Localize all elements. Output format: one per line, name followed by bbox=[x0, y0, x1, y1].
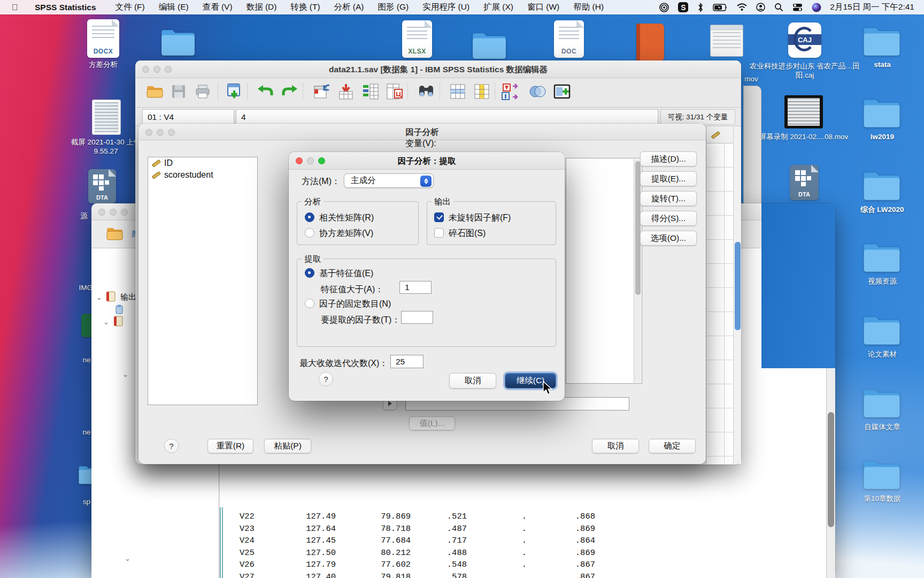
toolbar-variables-icon[interactable] bbox=[361, 82, 380, 101]
list-item[interactable]: scorestudent bbox=[148, 169, 257, 181]
eigenvalue-radio[interactable] bbox=[305, 268, 314, 278]
grid-cells[interactable] bbox=[706, 143, 733, 464]
menu-data[interactable]: 数据 (D) bbox=[240, 2, 284, 13]
toolbar-insert-variable-icon[interactable] bbox=[472, 82, 491, 101]
toolbar-redo-icon[interactable] bbox=[280, 82, 299, 101]
menu-edit[interactable]: 编辑 (E) bbox=[152, 2, 196, 13]
desktop-file-dta-right[interactable]: DTA bbox=[790, 165, 819, 200]
desktop-file-caj[interactable]: CAJ bbox=[788, 22, 821, 58]
rotation-button[interactable]: 旋转(T)... bbox=[640, 191, 697, 206]
wifi-icon[interactable] bbox=[737, 3, 747, 11]
apple-menu-icon[interactable]:  bbox=[12, 3, 18, 12]
menu-file[interactable]: 文件 (F) bbox=[109, 2, 152, 13]
desktop-label-lw2019[interactable]: lw2019 bbox=[854, 133, 910, 142]
max-iterations-field[interactable]: 25 bbox=[390, 355, 424, 368]
tree-chevron-icon-3[interactable]: ⌄ bbox=[122, 370, 128, 378]
desktop-movie-thumbnail[interactable] bbox=[784, 95, 823, 128]
bluetooth-icon[interactable] bbox=[697, 3, 704, 12]
toolbar-split-file-icon[interactable] bbox=[500, 82, 520, 101]
data-editor-titlebar[interactable]: data21.1.sav [数据集 1] - IBM SPSS Statisti… bbox=[135, 60, 741, 78]
viewer-close-button[interactable] bbox=[98, 209, 105, 216]
desktop-label-stata[interactable]: stata bbox=[854, 60, 910, 70]
shadowsocks-icon[interactable]: S bbox=[678, 2, 688, 12]
tree-notebook-icon[interactable] bbox=[105, 291, 116, 302]
toolbar-goto-variable-icon[interactable] bbox=[336, 82, 356, 101]
viewer-minimize-button[interactable] bbox=[110, 209, 117, 216]
viewer-zoom-button[interactable] bbox=[121, 209, 128, 216]
desktop-label-screenrec[interactable]: 屏幕录制 2021-02....08.mov bbox=[748, 133, 860, 142]
control-center-icon[interactable] bbox=[792, 3, 803, 11]
toolbar-open-file-icon[interactable] bbox=[145, 82, 164, 101]
desktop-file-doc[interactable]: DOC bbox=[554, 20, 584, 58]
search-icon[interactable] bbox=[774, 3, 783, 12]
list-item[interactable]: ID bbox=[148, 157, 257, 169]
toolbar-find-icon[interactable] bbox=[417, 82, 436, 101]
desktop-folder-video[interactable] bbox=[862, 242, 902, 273]
extraction-help-button[interactable]: ? bbox=[319, 372, 333, 386]
extraction-dialog-titlebar[interactable]: 因子分析：提取 bbox=[289, 152, 565, 170]
extraction-cancel-button[interactable]: 取消 bbox=[449, 373, 496, 389]
eigenvalue-radio-label[interactable]: 基于特征值(E) bbox=[319, 268, 373, 279]
viewer-open-icon[interactable] bbox=[105, 224, 124, 244]
cell-reference[interactable]: 01 : V4 bbox=[142, 109, 234, 125]
viewer-scrollbar-thumb[interactable] bbox=[828, 412, 834, 527]
desktop-folder-2[interactable] bbox=[472, 31, 507, 60]
account-icon[interactable] bbox=[756, 3, 765, 12]
source-variable-list[interactable]: ID scorestudent bbox=[148, 157, 258, 405]
desktop-folder-media[interactable] bbox=[862, 387, 902, 419]
options-button[interactable]: 选项(O)... bbox=[640, 231, 697, 246]
desktop-file-xlsx[interactable]: XLSX bbox=[402, 20, 432, 58]
tree-chevron-icon-2[interactable]: ⌄ bbox=[103, 318, 109, 326]
desktop-label-caj[interactable]: 农业科技进步对山东 省农产品…田阳.caj bbox=[749, 62, 861, 80]
variables-target-list[interactable] bbox=[566, 158, 642, 384]
menu-extensions[interactable]: 扩展 (X) bbox=[476, 2, 520, 13]
desktop-file-dta-left[interactable]: DTA bbox=[88, 169, 116, 203]
desktop-folder-lw2020[interactable] bbox=[862, 170, 902, 201]
method-dropdown[interactable]: 主成分 bbox=[344, 173, 434, 188]
value-button[interactable]: 值(L)... bbox=[409, 416, 455, 430]
fixed-factors-radio-label[interactable]: 因子的固定数目(N) bbox=[319, 299, 391, 310]
desktop-label-fangchafenxi[interactable]: 方差分析 bbox=[71, 60, 135, 70]
unrotated-solution-checkbox[interactable] bbox=[434, 212, 444, 222]
cancel-button[interactable]: 取消 bbox=[592, 439, 639, 453]
desktop-label-papers[interactable]: 论文素材 bbox=[854, 350, 910, 359]
toolbar-descriptives-icon[interactable] bbox=[385, 82, 404, 101]
desktop-label-lw2020[interactable]: 综合 LW2020 bbox=[850, 206, 914, 215]
airplay-icon[interactable] bbox=[659, 3, 669, 12]
tree-chevron-icon-4[interactable]: ⌄ bbox=[125, 554, 130, 562]
toolbar-weight-cases-icon[interactable] bbox=[528, 82, 547, 101]
toolbar-goto-case-icon[interactable] bbox=[312, 82, 332, 101]
covariance-matrix-label[interactable]: 协方差矩阵(V) bbox=[319, 228, 373, 239]
grid-vertical-scrollbar[interactable] bbox=[733, 126, 741, 464]
factors-to-extract-field[interactable] bbox=[401, 311, 433, 324]
help-button[interactable]: ? bbox=[164, 439, 179, 453]
toolbar-recall-dialogs-icon[interactable] bbox=[225, 82, 244, 101]
scree-plot-checkbox[interactable] bbox=[434, 228, 444, 238]
menu-utilities[interactable]: 实用程序 (U) bbox=[415, 2, 476, 13]
desktop-window-thumbnail[interactable] bbox=[710, 25, 743, 57]
toolbar-undo-icon[interactable] bbox=[256, 82, 275, 101]
cell-editor[interactable]: 4 bbox=[236, 109, 658, 125]
tree-chevron-icon[interactable]: ⌄ bbox=[96, 293, 102, 301]
tree-log-icon[interactable] bbox=[114, 304, 125, 315]
eigenvalue-field[interactable]: 1 bbox=[399, 281, 432, 294]
scores-button[interactable]: 得分(S)... bbox=[640, 211, 697, 226]
desktop-book-icon[interactable] bbox=[636, 24, 664, 61]
app-menu[interactable]: SPSS Statistics bbox=[28, 3, 103, 12]
ok-button[interactable]: 确定 bbox=[649, 439, 696, 453]
desktop-label-video[interactable]: 视频资源 bbox=[854, 277, 910, 286]
covariance-matrix-radio[interactable] bbox=[305, 228, 314, 238]
tree-notebook-icon-2[interactable] bbox=[113, 316, 124, 326]
desktop-folder-stata[interactable] bbox=[862, 26, 902, 57]
menu-transform[interactable]: 转换 (T) bbox=[283, 2, 327, 13]
unrotated-solution-label[interactable]: 未旋转因子解(F) bbox=[449, 212, 511, 224]
descriptives-button[interactable]: 描述(D)... bbox=[640, 151, 697, 166]
menu-analyze[interactable]: 分析 (A) bbox=[327, 2, 371, 13]
desktop-file-docx[interactable]: DOCX bbox=[87, 19, 119, 58]
menu-graphs[interactable]: 图形 (G) bbox=[371, 2, 416, 13]
correlation-matrix-label[interactable]: 相关性矩阵(R) bbox=[319, 212, 374, 224]
menu-help[interactable]: 帮助 (H) bbox=[566, 2, 611, 13]
correlation-matrix-radio[interactable] bbox=[305, 212, 314, 222]
toolbar-value-labels-icon[interactable] bbox=[553, 82, 572, 101]
toolbar-insert-case-icon[interactable] bbox=[448, 82, 467, 101]
